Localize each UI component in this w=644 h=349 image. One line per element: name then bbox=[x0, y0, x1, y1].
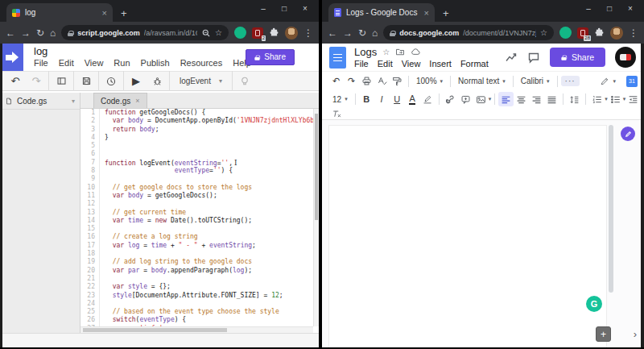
profile-avatar[interactable] bbox=[285, 27, 298, 39]
document-status-cloud-icon[interactable] bbox=[411, 47, 420, 56]
red-extension-icon[interactable]: 2 bbox=[252, 27, 263, 39]
code-line[interactable]: 8 eventType='') { bbox=[80, 167, 319, 175]
tab-close-icon[interactable]: × bbox=[102, 8, 107, 18]
menu-edit[interactable]: Edit bbox=[59, 57, 74, 69]
function-selector[interactable]: logEvent ▾ bbox=[171, 77, 230, 85]
code-line[interactable]: 23 style[DocumentApp.Attribute.FONT_SIZE… bbox=[80, 292, 319, 300]
insert-link-icon[interactable] bbox=[443, 92, 458, 106]
code-line[interactable]: 11 var body = getGoogleDocs(); bbox=[80, 192, 319, 200]
tab-close-icon[interactable]: × bbox=[424, 8, 429, 18]
forward-icon[interactable]: → bbox=[21, 28, 31, 38]
bookmark-star-icon[interactable]: ☆ bbox=[215, 28, 222, 37]
paint-format-icon[interactable] bbox=[390, 74, 405, 89]
document-scrollbar[interactable] bbox=[609, 122, 614, 347]
editor-tab-codegs[interactable]: Code.gs × bbox=[93, 93, 147, 108]
code-line[interactable]: 15 bbox=[80, 225, 319, 233]
menu-insert[interactable]: Insert bbox=[429, 58, 452, 69]
code-line[interactable]: 7function logEvent(eventString='',I bbox=[80, 159, 319, 167]
align-left-button[interactable] bbox=[498, 92, 514, 106]
code-line[interactable]: 25 // based on the event type choose the… bbox=[80, 308, 319, 316]
undo-icon[interactable]: ↶ bbox=[5, 73, 26, 89]
editing-mode-fab[interactable] bbox=[621, 127, 635, 141]
code-line[interactable]: 20 var par = body.appendParagraph(log); bbox=[80, 267, 319, 275]
extensions-puzzle-icon[interactable] bbox=[594, 27, 605, 38]
align-right-button[interactable] bbox=[529, 92, 544, 106]
redo-icon[interactable]: ↷ bbox=[344, 74, 359, 89]
move-to-folder-icon[interactable] bbox=[395, 47, 405, 56]
side-panel-chevron-icon[interactable]: › bbox=[634, 328, 637, 340]
run-icon[interactable]: ▶ bbox=[126, 73, 147, 89]
text-color-button[interactable]: A bbox=[409, 94, 415, 105]
code-line[interactable]: 6 bbox=[80, 150, 319, 158]
file-item-codegs[interactable]: Code.gs ▾ bbox=[0, 93, 80, 110]
code-lines[interactable]: 1function getGoogleDocs() {2 var body = … bbox=[80, 109, 319, 333]
code-line[interactable]: 17 var log = time + " - " + eventString; bbox=[80, 242, 319, 250]
save-icon[interactable] bbox=[76, 73, 97, 89]
code-line[interactable]: 26 switch(eventType) { bbox=[80, 316, 319, 324]
bulleted-list-icon[interactable] bbox=[608, 92, 623, 106]
address-bar[interactable]: script.google.com /a/ravsam.in/d/1Cek...… bbox=[61, 25, 229, 40]
chevron-down-icon[interactable]: ▾ bbox=[72, 98, 75, 105]
menu-view[interactable]: View bbox=[402, 58, 421, 69]
browser-tab[interactable]: Logs - Google Docs × bbox=[328, 3, 435, 22]
debug-icon[interactable] bbox=[147, 73, 167, 89]
code-line[interactable]: 3 return body; bbox=[80, 126, 319, 134]
browser-tab[interactable]: log × bbox=[6, 3, 113, 22]
calendar-icon[interactable]: 31 bbox=[626, 76, 638, 87]
paragraph-style-selector[interactable]: Normal text ▾ bbox=[454, 77, 510, 85]
back-icon[interactable]: ← bbox=[6, 28, 15, 38]
code-line[interactable]: 5 bbox=[80, 142, 319, 150]
document-page[interactable] bbox=[328, 125, 607, 347]
menu-file[interactable]: File bbox=[354, 58, 369, 69]
maximize-button[interactable]: □ bbox=[599, 4, 620, 13]
explore-button[interactable]: + bbox=[596, 326, 611, 342]
toggle-file-list-icon[interactable] bbox=[51, 73, 72, 89]
redo-icon[interactable]: ↷ bbox=[26, 73, 47, 89]
underline-button[interactable]: U bbox=[390, 92, 405, 106]
code-line[interactable]: 16 // create a log string bbox=[80, 233, 319, 241]
maximize-button[interactable]: □ bbox=[274, 4, 295, 13]
grammarly-widget[interactable]: G bbox=[586, 296, 602, 312]
highlight-color-button[interactable] bbox=[420, 92, 436, 106]
menu-publish[interactable]: Publish bbox=[141, 57, 170, 69]
share-button[interactable]: Share bbox=[550, 48, 605, 67]
browser-menu-icon[interactable]: ⋮ bbox=[629, 27, 638, 39]
minimize-button[interactable]: – bbox=[578, 4, 599, 13]
editor-vertical-scrollbar[interactable] bbox=[313, 109, 319, 326]
home-icon[interactable]: ⌂ bbox=[372, 28, 378, 38]
extensions-puzzle-icon[interactable] bbox=[269, 27, 279, 38]
comments-icon[interactable] bbox=[527, 51, 540, 64]
code-line[interactable]: 13 // get current time bbox=[80, 209, 319, 217]
document-title[interactable]: Logs bbox=[354, 46, 377, 58]
grammarly-extension-icon[interactable] bbox=[234, 27, 246, 39]
align-center-button[interactable] bbox=[514, 92, 529, 106]
code-line[interactable]: 19 // add log string to the google docs bbox=[80, 258, 319, 266]
print-icon[interactable] bbox=[359, 74, 374, 89]
address-bar[interactable]: docs.google.com /document/d/1VNJN7zjdn..… bbox=[383, 25, 554, 40]
line-spacing-icon[interactable] bbox=[567, 92, 582, 106]
menu-resources[interactable]: Resources bbox=[180, 57, 223, 69]
reload-icon[interactable]: ↻ bbox=[36, 28, 44, 38]
close-button[interactable]: × bbox=[295, 4, 316, 13]
decrease-indent-icon[interactable] bbox=[625, 92, 641, 106]
numbered-list-icon[interactable] bbox=[589, 92, 605, 106]
editor-horizontal-scrollbar[interactable] bbox=[80, 326, 313, 333]
code-line[interactable]: 4} bbox=[80, 134, 319, 142]
font-selector[interactable]: Calibri ▾ bbox=[517, 77, 554, 85]
add-comment-icon[interactable] bbox=[458, 92, 473, 106]
forward-icon[interactable]: → bbox=[343, 28, 353, 38]
close-button[interactable]: × bbox=[620, 4, 641, 13]
code-line[interactable]: 24 bbox=[80, 300, 319, 308]
italic-button[interactable]: I bbox=[374, 92, 390, 106]
share-button[interactable]: Share bbox=[246, 49, 295, 65]
lightbulb-icon[interactable] bbox=[234, 73, 255, 89]
menu-edit[interactable]: Edit bbox=[378, 58, 393, 69]
reload-icon[interactable]: ↻ bbox=[358, 28, 366, 38]
new-tab-button[interactable]: + bbox=[443, 7, 449, 19]
justify-button[interactable] bbox=[544, 92, 559, 106]
menu-run[interactable]: Run bbox=[114, 57, 130, 69]
grammarly-extension-icon[interactable] bbox=[559, 27, 572, 39]
zoom-indicator-icon[interactable] bbox=[201, 28, 211, 38]
menu-view[interactable]: View bbox=[85, 57, 104, 69]
menu-file[interactable]: File bbox=[34, 57, 48, 69]
